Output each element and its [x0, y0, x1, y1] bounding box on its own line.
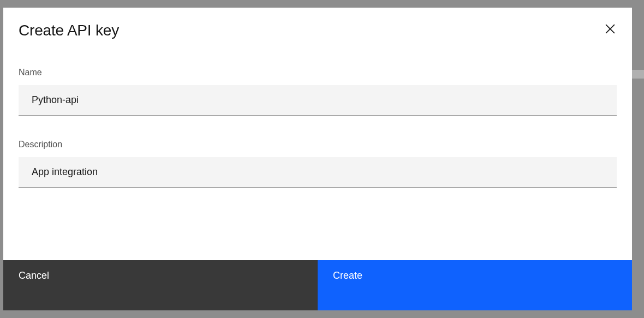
modal-body: Name Description: [3, 39, 632, 260]
name-field-group: Name: [19, 68, 617, 116]
description-field-group: Description: [19, 140, 617, 188]
name-label: Name: [19, 68, 617, 77]
close-icon: [605, 24, 615, 35]
description-input[interactable]: [19, 157, 617, 188]
modal-header: Create API key: [3, 8, 632, 39]
create-button[interactable]: Create: [318, 260, 632, 310]
modal-title: Create API key: [19, 22, 119, 39]
modal-footer: Cancel Create: [3, 260, 632, 310]
cancel-button[interactable]: Cancel: [3, 260, 318, 310]
create-api-key-modal: Create API key Name Description Cancel C…: [3, 8, 632, 310]
close-button[interactable]: [601, 21, 619, 38]
backdrop-element: [632, 70, 644, 79]
name-input[interactable]: [19, 85, 617, 116]
description-label: Description: [19, 140, 617, 149]
